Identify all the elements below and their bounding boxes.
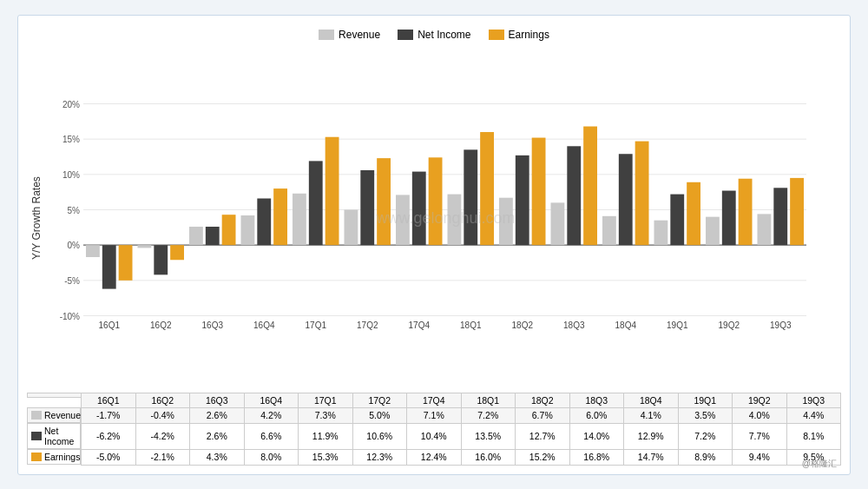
bar [722,190,736,245]
legend-label: Net Income [418,29,470,41]
row-label: Earnings [44,452,80,462]
table-cell: 2.6% [190,407,245,423]
bar [326,136,339,244]
svg-text:17Q4: 17Q4 [409,320,431,329]
table-cell: 11.9% [299,423,353,449]
table-cell: 6.6% [244,423,299,449]
quarter-header: 18Q1 [461,393,516,407]
bar [86,245,100,257]
quarter-header: 19Q1 [678,393,733,407]
quarter-header: 18Q4 [624,393,679,407]
table-cell: 10.4% [407,423,462,449]
quarter-header: 18Q3 [569,393,624,407]
svg-text:19Q2: 19Q2 [719,320,740,329]
table-cell: 8.1% [786,423,841,449]
bar [257,198,271,245]
bar [396,195,410,245]
svg-text:5%: 5% [68,205,81,215]
row-label: Revenue [44,410,81,420]
legend-label: Revenue [339,29,380,41]
bar [687,182,700,244]
table-cell: 15.2% [516,449,570,465]
svg-text:17Q2: 17Q2 [357,320,378,329]
bar [119,245,133,281]
table-cell: 6.7% [516,407,570,423]
bar [758,214,772,245]
quarter-header: 19Q2 [733,393,787,407]
row-swatch [31,432,42,440]
data-table: 16Q116Q216Q316Q417Q117Q217Q418Q118Q218Q3… [27,393,841,466]
quarter-header: 16Q1 [82,393,136,407]
bar [619,154,633,245]
table-cell: 8.9% [678,449,733,465]
svg-text:17Q1: 17Q1 [306,320,327,329]
bar-chart: 20%15%10%5%0%-5%-10%16Q116Q216Q316Q417Q1… [50,48,815,389]
chart-container: RevenueNet IncomeEarnings Y/Y Growth Rat… [17,15,851,475]
bar [222,215,236,245]
bar [516,155,529,244]
table-cell: 2.6% [190,423,245,449]
legend-label: Earnings [509,29,549,41]
table-cell: 12.3% [352,449,407,465]
table-cell: 5.0% [352,407,407,423]
row-swatch [31,453,42,461]
table-cell: 4.1% [624,407,679,423]
bar [293,193,306,244]
svg-text:16Q1: 16Q1 [99,320,121,329]
svg-text:16Q3: 16Q3 [202,320,224,329]
bar [377,158,391,245]
bar [241,215,255,245]
table-cell: 4.3% [190,449,245,465]
bar [464,149,477,245]
bar [739,178,753,244]
table-cell: 6.0% [569,407,624,423]
svg-text:15%: 15% [62,135,80,144]
svg-text:-10%: -10% [60,311,80,320]
table-cell: 16.8% [569,449,624,465]
quarter-header: 17Q4 [407,393,462,407]
legend-item: Revenue [319,29,380,41]
row-label: Net Income [44,426,78,446]
row-swatch [31,411,42,420]
source-label: @格隆汇 [802,458,837,470]
table-cell: 12.9% [624,423,679,449]
bar [345,209,358,245]
bar [583,126,597,245]
data-table-section: 16Q116Q216Q316Q417Q117Q217Q418Q118Q218Q3… [27,393,841,466]
table-cell: -0.4% [135,407,190,423]
table-cell: 7.2% [461,407,516,423]
table-cell: 12.4% [407,449,462,465]
bar [551,202,565,245]
quarter-header: 17Q2 [352,393,407,407]
bar [635,141,649,245]
table-cell: 4.0% [733,407,787,423]
bar [448,194,462,245]
bar [206,227,220,245]
svg-text:18Q2: 18Q2 [512,320,534,329]
table-cell: 16.0% [461,449,516,465]
legend-swatch [489,30,504,40]
chart-legend: RevenueNet IncomeEarnings [27,29,841,41]
bar [654,220,668,244]
bar [309,161,323,245]
chart-area: Y/Y Growth Rates 20%15%10%5%0%-5%-10%16Q… [27,48,841,389]
svg-text:20%: 20% [62,99,80,109]
quarter-header: 17Q1 [299,393,353,407]
bar [706,216,720,245]
table-cell: 9.4% [733,449,787,465]
table-cell: 4.2% [244,407,299,423]
quarter-header: 19Q3 [786,393,841,407]
table-cell: 13.5% [461,423,516,449]
table-cell: 7.3% [299,407,353,423]
table-row: Earnings-5.0%-2.1%4.3%8.0%15.3%12.3%12.4… [27,449,841,465]
bar [532,137,546,245]
bar [480,132,494,245]
svg-text:16Q2: 16Q2 [150,320,172,329]
table-cell: 15.3% [299,449,353,465]
bar [154,245,168,274]
bar [273,188,287,245]
bar [102,245,116,288]
bar [138,245,152,248]
bar [429,157,443,245]
bar [602,215,616,244]
